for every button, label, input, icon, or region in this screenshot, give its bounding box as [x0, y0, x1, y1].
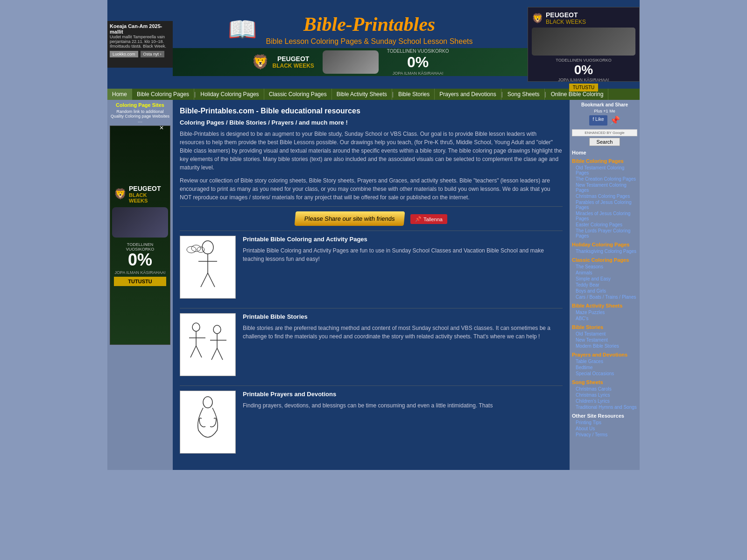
prayers-image — [180, 391, 236, 454]
fb-icon: f — [593, 117, 594, 122]
nav-about-us[interactable]: About Us — [572, 426, 637, 432]
pin-label: Tallenna — [423, 217, 443, 222]
right-nav-bible-coloring[interactable]: Bible Coloring Pages — [572, 158, 637, 164]
nav-maze[interactable]: Maze Puzzles — [572, 309, 637, 315]
page-description3: Review our collection of Bible story col… — [180, 176, 563, 202]
bookmark-title: Bookmark and Share — [572, 102, 637, 107]
nav-special-occasions[interactable]: Special Occasions — [572, 371, 637, 377]
ad-close-icon[interactable]: ✕ — [159, 125, 164, 131]
main-nav: Home Bible Coloring Pages | Holiday Colo… — [107, 89, 640, 100]
left-ad-banner: Koeaja Can-Am 2025-mallit Uudet mallit T… — [107, 21, 173, 68]
social-row: f Like 📌 — [572, 115, 637, 126]
nav-song-sheets[interactable]: Song Sheets — [503, 89, 545, 100]
right-nav-prayers[interactable]: Prayers and Devotions — [572, 352, 637, 357]
nav-christmas-coloring[interactable]: Christmas Coloring Pages — [572, 193, 637, 199]
nav-miracles-coloring[interactable]: Miracles of Jesus Coloring Pages — [572, 210, 637, 222]
peugeot-lion-icon: 🦁 — [252, 54, 269, 70]
section-prayers-title[interactable]: Printable Prayers and Devotions — [243, 391, 493, 398]
section-coloring-title[interactable]: Printable Bible Coloring and Activity Pa… — [243, 236, 563, 243]
right-nav-stories[interactable]: Bible Stories — [572, 324, 637, 330]
divider4 — [180, 385, 563, 386]
google-search-area: ENHANCED BY Google Search — [572, 129, 637, 146]
pinterest-icon[interactable]: 📌 — [610, 115, 620, 126]
nav-printing-tips[interactable]: Printing Tips — [572, 420, 637, 426]
coloring-image — [180, 236, 236, 299]
section-coloring-text: Printable Bible Coloring and Activity Pa… — [243, 236, 563, 268]
nav-traditional-hymns[interactable]: Traditional Hymns and Songs — [572, 404, 637, 410]
bookmark-area: Bookmark and Share Plus +1 Me f Like 📌 E… — [572, 102, 637, 146]
nav-creation-coloring[interactable]: The Creation Coloring Pages — [572, 176, 637, 182]
left-peugeot-ad: ✕ 🦁 PEUGEOT BLACK WEEKS TODELLINEN VUOSI… — [110, 126, 170, 345]
nav-nt-coloring[interactable]: New Testament Coloring Pages — [572, 182, 637, 193]
nav-bible-activity[interactable]: Bible Activity Sheets — [332, 89, 392, 100]
nav-privacy[interactable]: Privacy / Terms — [572, 432, 637, 438]
nav-holiday-coloring[interactable]: Holiday Coloring Pages — [196, 89, 264, 100]
right-nav-activity[interactable]: Bible Activity Sheets — [572, 303, 637, 308]
section-prayers-text: Printable Prayers and Devotions Finding … — [243, 391, 493, 414]
bible-icon: 📖 — [228, 16, 257, 43]
nav-home[interactable]: Home — [107, 89, 132, 100]
nav-bible-stories[interactable]: Bible Stories — [394, 89, 435, 100]
left-sidebar-title: Coloring Page Sites — [110, 102, 170, 108]
page-tagline: Bible-Printables.com - Bible educational… — [180, 107, 563, 115]
section-prayers-desc: Finding prayers, devotions, and blessing… — [243, 401, 493, 410]
nav-modern-stories[interactable]: Modern Bible Stories — [572, 343, 637, 349]
pin-button[interactable]: 📌 Tallenna — [410, 214, 447, 224]
nav-thanksgiving[interactable]: Thanksgiving Coloring Pages — [572, 248, 637, 254]
share-area: Please Share our site with friends 📌 Tal… — [180, 211, 563, 226]
section-coloring: Printable Bible Coloring and Activity Pa… — [180, 236, 563, 299]
nav-online-coloring[interactable]: Online Bible Coloring — [546, 89, 609, 100]
right-nav-holiday[interactable]: Holiday Coloring Pages — [572, 242, 637, 247]
google-logo: ENHANCED BY Google — [572, 129, 637, 136]
nav-classic-coloring[interactable]: Classic Coloring Pages — [264, 89, 332, 100]
left-sidebar-subtitle: Random link to additional Quality Colori… — [110, 109, 170, 123]
nav-bible-coloring[interactable]: Bible Coloring Pages — [132, 89, 194, 100]
divider2 — [180, 231, 563, 231]
nav-lords-prayer-coloring[interactable]: The Lords Prayer Coloring Pages — [572, 228, 637, 239]
nav-christmas-carols[interactable]: Christmas Carols — [572, 386, 637, 392]
fb-label: Like — [595, 117, 604, 122]
nav-prayers[interactable]: Prayers and Devotions — [435, 89, 501, 100]
nav-nt-stories[interactable]: New Testament — [572, 337, 637, 343]
site-title: Bible-Printables — [266, 13, 473, 35]
nav-ot-stories[interactable]: Old Testament — [572, 331, 637, 337]
section-prayers: Printable Prayers and Devotions Finding … — [180, 391, 563, 454]
nav-animals[interactable]: Animals — [572, 270, 637, 276]
right-nav-songs[interactable]: Song Sheets — [572, 379, 637, 385]
nav-abcs[interactable]: ABC's — [572, 315, 637, 322]
section-stories-text: Printable Bible Stories Bible stories ar… — [243, 313, 563, 345]
nav-ot-coloring[interactable]: Old Testament Coloring Pages — [572, 165, 637, 176]
right-nav-classic[interactable]: Classic Coloring Pages — [572, 257, 637, 263]
svg-rect-20 — [182, 393, 233, 451]
nav-table-graces[interactable]: Table Graces — [572, 358, 637, 364]
nav-seasons[interactable]: The Seasons — [572, 264, 637, 270]
nav-bedtime[interactable]: Bedtime — [572, 364, 637, 371]
nav-parables-coloring[interactable]: Parables of Jesus Coloring Pages — [572, 199, 637, 210]
plus-label: Plus +1 Me — [572, 109, 637, 113]
nav-cars-boats[interactable]: Cars / Boats / Trains / Planes — [572, 294, 637, 300]
svg-rect-9 — [182, 315, 233, 374]
nav-boys-girls[interactable]: Boys and Girls — [572, 288, 637, 294]
nav-christmas-lyrics[interactable]: Christmas Lyrics — [572, 392, 637, 398]
share-button[interactable]: Please Share our site with friends — [295, 211, 405, 226]
nav-easter-coloring[interactable]: Easter Coloring Pages — [572, 222, 637, 228]
site-subtitle: Bible Lesson Coloring Pages & Sunday Sch… — [266, 37, 473, 46]
divider3 — [180, 308, 563, 308]
pin-icon: 📌 — [415, 216, 422, 222]
divider1 — [180, 206, 563, 207]
section-stories: Printable Bible Stories Bible stories ar… — [180, 313, 563, 376]
search-button[interactable]: Search — [589, 138, 620, 146]
stories-image — [180, 313, 236, 376]
right-ad-banner: 🦁 PEUGEOT BLACK WEEKS TODELLINEN VUOSIKO… — [528, 7, 640, 82]
right-nav: Home Bible Coloring Pages Old Testament … — [572, 150, 637, 438]
center-ad-banner: 🦁 PEUGEOT BLACK WEEKS TODELLINEN VUOSIKO… — [173, 48, 528, 76]
section-stories-title[interactable]: Printable Bible Stories — [243, 313, 563, 320]
facebook-button[interactable]: f Like — [589, 115, 608, 126]
page-description1: Coloring Pages / Bible Stories / Prayers… — [180, 119, 563, 126]
right-nav-home[interactable]: Home — [572, 150, 637, 155]
nav-teddy-bear[interactable]: Teddy Bear — [572, 282, 637, 288]
other-resources-title: Other Site Resources — [572, 413, 637, 419]
nav-simple[interactable]: Simple and Easy — [572, 276, 637, 282]
nav-childrens-lyrics[interactable]: Children's Lyrics — [572, 398, 637, 404]
section-coloring-desc: Printable Bible Coloring and Activity Pa… — [243, 246, 563, 263]
